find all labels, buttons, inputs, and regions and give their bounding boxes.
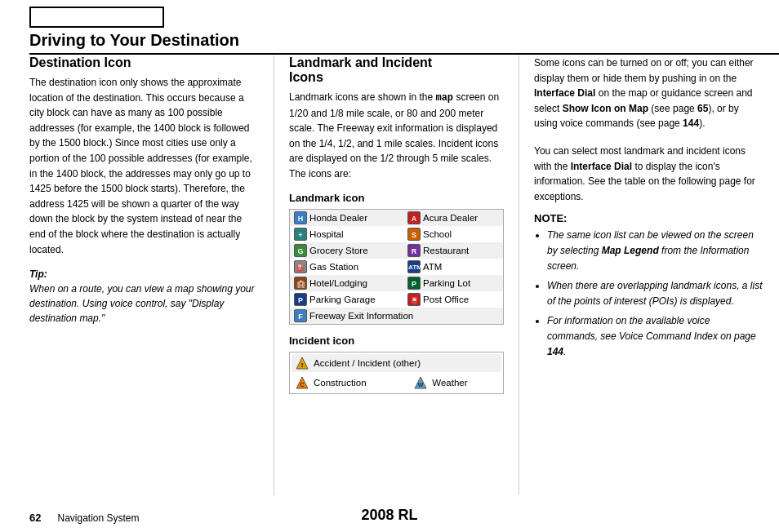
col-right: Some icons can be turned on or off; you … — [519, 55, 763, 495]
cell-with-icon: ! Accident / Incident (other) — [296, 357, 497, 370]
atm-label: ATM — [423, 262, 442, 272]
cell-with-icon: F Freeway Exit Information — [294, 309, 499, 322]
restaurant-label: Restaurant — [423, 246, 469, 255]
tip-text: When on a route, you can view a map show… — [29, 282, 259, 326]
map-word: map — [435, 92, 453, 104]
right-body-2: You can select most landmark and inciden… — [534, 144, 763, 204]
page-ref-144-note: 144 — [547, 346, 563, 357]
honda-dealer-label: Honda Dealer — [309, 213, 367, 223]
list-item: The same icon list can be viewed on the … — [547, 228, 763, 273]
cell-with-icon: W Weather — [414, 376, 497, 389]
svg-text:W: W — [418, 382, 424, 388]
page-ref-144: 144 — [683, 117, 699, 129]
restaurant-icon: R — [407, 244, 421, 257]
svg-text:C: C — [300, 382, 304, 388]
table-cell: S School — [403, 226, 504, 242]
cell-with-icon: + Hospital — [294, 228, 399, 241]
list-item: For information on the available voice c… — [547, 313, 763, 359]
information-ref: Information — [700, 245, 749, 256]
tip-heading: Tip: — [29, 268, 259, 280]
cell-with-icon: R Restaurant — [407, 244, 499, 257]
left-body-text: The destination icon only shows the appr… — [29, 75, 259, 257]
parking-lot-label: Parking Lot — [423, 278, 470, 288]
cell-with-icon: ⛽ Gas Station — [294, 260, 399, 273]
table-row: 🏨 Hotel/Lodging P Parking Lot — [290, 275, 504, 291]
columns: Destination Icon The destination icon on… — [29, 55, 763, 495]
map-legend-ref: Map Legend — [602, 245, 659, 256]
middle-section-heading: Landmark and IncidentIcons — [289, 55, 504, 85]
cell-with-icon: S School — [407, 228, 499, 241]
table-cell: ATM ATM — [403, 259, 504, 275]
cell-with-icon: A Acura Dealer — [407, 211, 499, 224]
cell-with-icon: 📮 Post Office — [407, 293, 499, 306]
parking-lot-icon: P — [407, 277, 421, 290]
note-list: The same icon list can be viewed on the … — [534, 228, 763, 359]
table-row: G Grocery Store R Restaurant — [290, 242, 504, 259]
table-cell: ⛽ Gas Station — [290, 259, 404, 275]
interface-dial-ref: Interface Dial — [534, 87, 595, 99]
left-section-heading: Destination Icon — [29, 55, 259, 70]
school-icon: S — [407, 228, 421, 241]
page-ref-65: 65 — [697, 103, 708, 114]
post-office-icon: 📮 — [407, 293, 421, 306]
parking-garage-icon: P — [294, 293, 307, 306]
list-item: When there are overlapping landmark icon… — [547, 278, 763, 308]
cell-with-icon: ATM ATM — [407, 260, 499, 273]
incident-icon-table: ! Accident / Incident (other) C — [289, 352, 504, 394]
accident-label: Accident / Incident (other) — [314, 358, 421, 368]
table-row: C Construction W Weather — [292, 374, 501, 392]
table-cell: P Parking Garage — [290, 291, 404, 308]
table-cell: 🏨 Hotel/Lodging — [290, 275, 404, 291]
hotel-label: Hotel/Lodging — [309, 278, 367, 288]
table-cell: ! Accident / Incident (other) — [292, 354, 501, 372]
landmark-icon-table: H Honda Dealer A Acura Dealer — [289, 209, 504, 325]
page-container: Driving to Your Destination Destination … — [0, 0, 779, 532]
acura-dealer-label: Acura Dealer — [423, 213, 478, 223]
table-cell-full: F Freeway Exit Information — [290, 308, 504, 325]
header-box — [29, 7, 164, 28]
table-cell: 📮 Post Office — [403, 291, 504, 308]
interface-dial-ref-2: Interface Dial — [571, 161, 632, 172]
hospital-label: Hospital — [309, 229, 344, 239]
table-cell: G Grocery Store — [290, 242, 404, 259]
cell-with-icon: P Parking Garage — [294, 293, 399, 306]
table-cell: W Weather — [410, 374, 501, 392]
table-cell: H Honda Dealer — [290, 209, 404, 226]
table-row: ⛽ Gas Station ATM ATM — [290, 259, 504, 275]
table-row: + Hospital S School — [290, 226, 504, 242]
post-office-label: Post Office — [423, 295, 469, 304]
page-number: 62 — [29, 512, 41, 524]
col-middle: Landmark and IncidentIcons Landmark icon… — [274, 55, 519, 495]
col-left: Destination Icon The destination icon on… — [29, 55, 274, 495]
school-label: School — [423, 229, 452, 239]
footer-center: 2008 RL — [361, 507, 417, 524]
table-cell: A Acura Dealer — [403, 209, 504, 226]
table-cell: P Parking Lot — [403, 275, 504, 291]
landmark-heading: Landmark icon — [289, 192, 504, 204]
table-cell: C Construction — [292, 374, 408, 392]
freeway-exit-label: Freeway Exit Information — [309, 311, 413, 321]
weather-icon: W — [414, 376, 427, 389]
show-icon-ref: Show Icon on Map — [563, 103, 648, 114]
cell-with-icon: 🏨 Hotel/Lodging — [294, 277, 399, 290]
page-number-area: 62 Navigation System — [29, 512, 140, 524]
page-title: Driving to Your Destination — [29, 31, 779, 55]
svg-text:!: ! — [301, 361, 304, 369]
weather-label: Weather — [432, 378, 467, 388]
table-cell: + Hospital — [290, 226, 404, 242]
footer-nav-label: Navigation System — [57, 512, 139, 524]
acura-dealer-icon: A — [407, 211, 421, 224]
atm-icon: ATM — [407, 260, 421, 273]
grocery-store-label: Grocery Store — [309, 246, 368, 255]
honda-dealer-icon: H — [294, 211, 307, 224]
right-body-1: Some icons can be turned on or off; you … — [534, 55, 763, 131]
gas-station-icon: ⛽ — [294, 260, 307, 273]
table-row: H Honda Dealer A Acura Dealer — [290, 209, 504, 226]
cell-with-icon: G Grocery Store — [294, 244, 399, 257]
incident-heading: Incident icon — [289, 335, 504, 347]
table-row: F Freeway Exit Information — [290, 308, 504, 325]
construction-icon: C — [296, 376, 309, 389]
cell-with-icon: C Construction — [296, 376, 404, 389]
hotel-icon: 🏨 — [294, 277, 307, 290]
table-row: ! Accident / Incident (other) — [292, 354, 501, 372]
